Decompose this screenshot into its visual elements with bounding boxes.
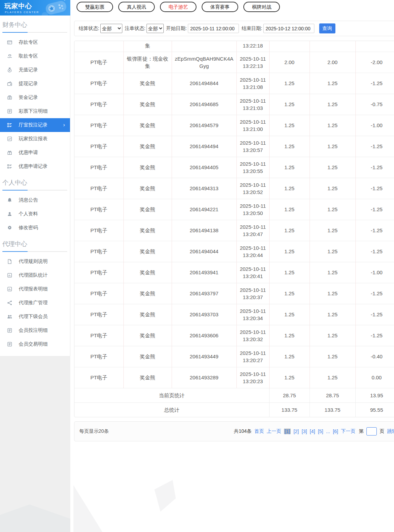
sidebar-item-agent-team-stats[interactable]: 代理团队统计 — [0, 268, 70, 282]
sidebar: 玩家中心 PLAYERS CENTER 财务中心存款专区取款专区充值记录提现记录… — [0, 0, 70, 532]
sidebar-item-label: 代理下级会员 — [19, 314, 48, 320]
cell-time: 2025-10-11 13:20:55 — [236, 157, 269, 178]
cell-winloss: 0.00 — [355, 367, 394, 388]
cell-order: 2061494494 — [172, 136, 236, 157]
cell-time: 2025-10-11 13:20:44 — [236, 241, 269, 262]
cell-provider: PT电子 — [74, 199, 123, 220]
cell-time: 2025-10-11 13:20:52 — [236, 178, 269, 199]
sidebar-item-player-bet-report[interactable]: 玩家投注报表 — [0, 132, 70, 146]
sidebar-item-label: 代理推广管理 — [19, 300, 48, 306]
sidebar-item-withdraw-zone[interactable]: 取款专区 — [0, 49, 70, 63]
summary-bet: 133.75 — [269, 402, 310, 417]
jump-prefix-label: 第 — [359, 428, 364, 434]
table-row: PT电子奖金熊20614944052025-10-11 13:20:551.25… — [74, 157, 394, 178]
cell-game: 奖金熊 — [123, 136, 172, 157]
sidebar-item-label: 彩票下注明细 — [19, 108, 48, 114]
table-row: PT电子奖金熊20614944942025-10-11 13:20:571.25… — [74, 136, 394, 157]
sidebar-item-announcements[interactable]: 消息公告 — [0, 193, 70, 207]
cell-order: 2061493289 — [172, 367, 236, 388]
cell-order: 2061493797 — [172, 283, 236, 304]
users-icon — [7, 314, 13, 320]
summary-bet: 28.75 — [269, 388, 310, 402]
stats-icon — [7, 273, 13, 278]
doc-icon — [7, 259, 13, 265]
cell-winloss: -1.25 — [355, 199, 394, 220]
tab-live-casino[interactable]: 真人视讯 — [118, 2, 155, 12]
settle-status-select[interactable]: 全部 — [100, 24, 122, 33]
end-date-input[interactable] — [263, 24, 314, 33]
sidebar-item-agent-report-details[interactable]: 代理报表明细 — [0, 282, 70, 296]
cell-provider: PT电子 — [74, 262, 123, 283]
order-status-select[interactable]: 全部 — [147, 24, 164, 33]
search-button[interactable]: 查询 — [319, 23, 335, 33]
cell-valid — [310, 41, 355, 52]
sidebar-item-promo-apply[interactable]: 优惠申请 — [0, 146, 70, 160]
cell-time: 2025-10-11 13:21:03 — [236, 94, 269, 115]
page-link-2[interactable]: [2] — [293, 429, 299, 434]
cell-winloss: -1.25 — [355, 136, 394, 157]
cell-valid: 1.25 — [310, 241, 355, 262]
cell-time: 2025-10-11 13:20:34 — [236, 304, 269, 325]
table-row: PT电子奖金熊20614948442025-10-11 13:21:081.25… — [74, 73, 394, 94]
sidebar-item-hall-bet-records[interactable]: 厅室投注记录› — [0, 118, 70, 132]
sidebar-item-withdrawal-records[interactable]: 提现记录 — [0, 77, 70, 91]
cell-winloss: -0.75 — [355, 94, 394, 115]
summary-row: 总统计133.75133.7595.55 — [74, 402, 394, 417]
table-row: PT电子银弹匪徒：现金收集zEpSmmQqBAH9NCK4AGyg2025-10… — [74, 52, 394, 73]
sidebar-item-profile[interactable]: 个人资料 — [0, 207, 70, 221]
sidebar-item-recharge-records[interactable]: 充值记录 — [0, 63, 70, 77]
sidebar-item-member-transaction-details[interactable]: 会员交易明细 — [0, 337, 70, 351]
card-icon — [7, 40, 13, 45]
cell-provider: PT电子 — [74, 283, 123, 304]
cell-valid: 1.25 — [310, 157, 355, 178]
cell-bet — [269, 41, 310, 52]
sidebar-filler — [0, 356, 70, 532]
cell-winloss: -1.25 — [355, 178, 394, 199]
prev-page-link[interactable]: 上一页 — [267, 428, 281, 434]
table-row: PT电子奖金熊20614946852025-10-11 13:21:031.25… — [74, 94, 394, 115]
page-jump-input[interactable] — [366, 427, 377, 436]
first-page-link[interactable]: 首页 — [254, 428, 264, 434]
sidebar-item-deposit-zone[interactable]: 存款专区 — [0, 35, 70, 49]
cell-valid: 1.25 — [310, 115, 355, 136]
sidebar-item-promo-apply-records[interactable]: 优惠申请记录 — [0, 160, 70, 173]
cell-bet: 1.25 — [269, 367, 310, 388]
next-page-link[interactable]: 下一页 — [341, 428, 355, 434]
sidebar-item-agent-promotion[interactable]: 代理推广管理 — [0, 296, 70, 310]
tab-electronic-games[interactable]: 电子游艺 — [160, 2, 196, 12]
cell-order: 2061493606 — [172, 325, 236, 346]
sidebar-item-label: 代理规则说明 — [19, 258, 48, 265]
cell-provider: PT电子 — [74, 241, 123, 262]
page-link-7[interactable]: [6] — [333, 429, 338, 434]
sidebar-item-agent-sub-members[interactable]: 代理下级会员 — [0, 310, 70, 324]
cell-order: 2061494138 — [172, 220, 236, 241]
cell-bet: 1.25 — [269, 115, 310, 136]
pagination-bar: 每页显示20条 共104条 首页 上一页 [1][2][3][4][5]...[… — [74, 421, 394, 441]
sidebar-item-lottery-bet-details[interactable]: 彩票下注明细 — [0, 104, 70, 118]
tab-lottery[interactable]: 雙贏彩票 — [77, 2, 113, 12]
cell-order: 2061494844 — [172, 73, 236, 94]
cell-provider: PT电子 — [74, 115, 123, 136]
cell-winloss: -2.00 — [355, 52, 394, 73]
page-link-5[interactable]: [5] — [318, 429, 323, 434]
category-tabs: 雙贏彩票真人视讯电子游艺体育赛事棋牌对战 — [77, 2, 394, 12]
sidebar-item-agent-rules[interactable]: 代理规则说明 — [0, 255, 70, 268]
start-date-input[interactable] — [188, 24, 239, 33]
sidebar-item-change-password[interactable]: 修改密码 — [0, 221, 70, 235]
table-row: PT电子奖金熊20614932892025-10-11 13:20:231.25… — [74, 367, 394, 388]
table-row-partial: 集13:22:18 — [74, 41, 394, 52]
table-row: PT电子奖金熊20614942212025-10-11 13:20:501.25… — [74, 199, 394, 220]
sidebar-item-member-bet-details[interactable]: 会员投注明细 — [0, 324, 70, 337]
page-link-3[interactable]: [3] — [302, 429, 307, 434]
jump-button[interactable]: 跳转 — [387, 428, 394, 434]
cell-order: 2061494221 — [172, 199, 236, 220]
sidebar-item-funds-records[interactable]: 资金记录 — [0, 91, 70, 104]
cell-valid: 1.25 — [310, 262, 355, 283]
tab-sports[interactable]: 体育赛事 — [202, 2, 238, 12]
list-icon — [7, 341, 13, 347]
page-link-1[interactable]: [1] — [284, 429, 291, 434]
page-link-4[interactable]: [4] — [310, 429, 315, 434]
cell-bet: 1.25 — [269, 304, 310, 325]
cell-valid: 1.25 — [310, 199, 355, 220]
tab-board-games[interactable]: 棋牌对战 — [243, 2, 280, 12]
